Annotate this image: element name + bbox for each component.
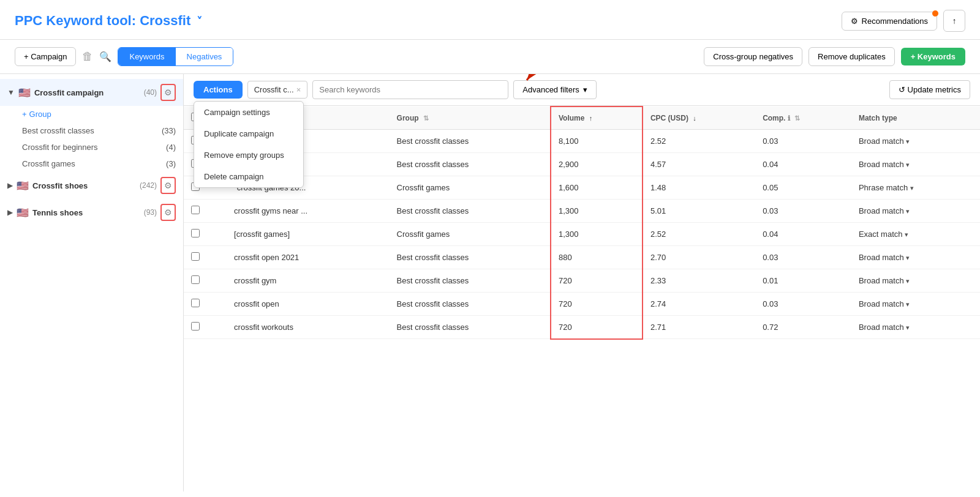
dropdown-duplicate-campaign[interactable]: Duplicate campaign — [194, 123, 303, 144]
row-volume: 720 — [551, 293, 643, 316]
col-group[interactable]: Group ⇅ — [390, 106, 551, 130]
row-checkbox[interactable] — [191, 229, 200, 237]
tab-keywords[interactable]: Keywords — [118, 48, 175, 65]
col-cpc[interactable]: CPC (USD) ↓ — [643, 106, 755, 130]
match-type-chevron-icon: ▾ — [910, 184, 914, 192]
update-metrics-button[interactable]: ↺ Update metrics — [889, 80, 970, 99]
row-match-type[interactable]: Broad match ▾ — [851, 246, 980, 269]
adv-filters-chevron-icon: ▾ — [583, 85, 587, 94]
row-match-type[interactable]: Broad match ▾ — [851, 316, 980, 339]
filter-chip-label: Crossfit c... — [254, 85, 294, 94]
tab-group: Keywords Negatives — [118, 47, 233, 66]
row-match-type[interactable]: Broad match ▾ — [851, 200, 980, 223]
group-name: Crossfit for beginners — [22, 143, 98, 152]
row-match-type[interactable]: Broad match ▾ — [851, 130, 980, 153]
sidebar-campaign-shoes[interactable]: ▶ 🇺🇸 Crossfit shoes (242) ⚙ — [0, 172, 183, 199]
row-comp: 0.72 — [755, 316, 851, 339]
row-volume: 720 — [551, 316, 643, 339]
col-comp[interactable]: Comp. ℹ ⇅ — [755, 106, 851, 130]
remove-duplicates-button[interactable]: Remove duplicates — [809, 47, 895, 66]
cross-group-negatives-button[interactable]: Cross-group negatives — [704, 47, 802, 66]
main-toolbar: + Campaign 🗑 🔍 Keywords Negatives Cross-… — [0, 40, 980, 74]
row-checkbox-cell — [184, 246, 227, 269]
row-volume: 880 — [551, 246, 643, 269]
row-match-type[interactable]: Broad match ▾ — [851, 153, 980, 176]
row-comp: 0.03 — [755, 200, 851, 223]
row-match-type[interactable]: Exact match ▾ — [851, 223, 980, 246]
sidebar-group-best-crossfit[interactable]: Best crossfit classes (33) — [0, 122, 183, 139]
match-type-chevron-icon: ▾ — [906, 277, 910, 285]
row-group: Best crossfit classes — [390, 200, 551, 223]
row-match-type[interactable]: Broad match ▾ — [851, 269, 980, 293]
add-group-button[interactable]: + Group — [0, 106, 183, 122]
title-chevron[interactable]: ˅ — [197, 15, 202, 28]
sidebar-campaign-tennis[interactable]: ▶ 🇺🇸 Tennis shoes (93) ⚙ — [0, 199, 183, 226]
tab-negatives[interactable]: Negatives — [176, 48, 233, 65]
title-static: PPC Keyword tool: — [15, 13, 140, 28]
row-checkbox-cell — [184, 269, 227, 293]
campaign-gear-icon[interactable]: ⚙ — [160, 204, 176, 221]
row-volume: 8,100 — [551, 130, 643, 153]
dropdown-remove-empty-groups[interactable]: Remove empty groups — [194, 144, 303, 166]
row-comp: 0.03 — [755, 130, 851, 153]
row-checkbox[interactable] — [191, 252, 200, 261]
campaign-expand-icon: ▼ — [7, 88, 15, 97]
dropdown-campaign-settings[interactable]: Campaign settings — [194, 102, 303, 123]
rec-label: Recommendations — [862, 17, 928, 26]
adv-filters-label: Advanced filters — [522, 85, 579, 94]
delete-icon[interactable]: 🗑 — [82, 50, 93, 63]
search-icon[interactable]: 🔍 — [99, 51, 111, 62]
match-type-chevron-icon: ▾ — [905, 231, 908, 238]
actions-button[interactable]: Actions — [194, 81, 243, 99]
row-group: Best crossfit classes — [390, 246, 551, 269]
search-input[interactable] — [312, 80, 508, 99]
content-area: Actions Crossfit c... × Advanced filters… — [184, 74, 980, 491]
row-comp: 0.05 — [755, 176, 851, 200]
match-type-chevron-icon: ▾ — [906, 161, 910, 168]
campaign-gear-icon[interactable]: ⚙ — [160, 177, 176, 194]
add-group-label: Group — [29, 110, 51, 119]
table-row: [crossfit games] Crossfit games 1,300 2.… — [184, 223, 980, 246]
sidebar-group-games[interactable]: Crossfit games (3) — [0, 155, 183, 172]
table-row: crossfit gyms near ... Best crossfit cla… — [184, 200, 980, 223]
campaign-flag: 🇺🇸 — [18, 87, 31, 99]
row-cpc: 4.57 — [643, 153, 755, 176]
page-title: PPC Keyword tool: Crossfit ˅ — [15, 13, 202, 29]
row-match-type[interactable]: Broad match ▾ — [851, 293, 980, 316]
row-checkbox-cell — [184, 293, 227, 316]
advanced-filters-button[interactable]: Advanced filters ▾ — [513, 80, 597, 99]
sidebar-campaign-crossfit[interactable]: ▼ 🇺🇸 Crossfit campaign (40) ⚙ — [0, 79, 183, 106]
add-campaign-button[interactable]: + Campaign — [15, 47, 76, 66]
title-brand: Crossfit — [140, 13, 190, 28]
recommendations-button[interactable]: ⚙ Recommendations — [842, 12, 937, 31]
group-name: Crossfit games — [22, 159, 75, 168]
sidebar-group-beginners[interactable]: Crossfit for beginners (4) — [0, 139, 183, 155]
campaign-count: (40) — [144, 88, 157, 97]
table-row: crossfit gym Best crossfit classes 720 2… — [184, 269, 980, 293]
match-type-chevron-icon: ▾ — [906, 207, 910, 215]
row-volume: 1,300 — [551, 200, 643, 223]
add-keywords-button[interactable]: + Keywords — [901, 48, 965, 65]
row-checkbox[interactable] — [191, 206, 200, 214]
export-button[interactable]: ↑ — [943, 10, 965, 32]
campaign-gear-icon[interactable]: ⚙ — [160, 84, 176, 101]
row-checkbox[interactable] — [191, 299, 200, 307]
page-header: PPC Keyword tool: Crossfit ˅ ⚙ Recommend… — [0, 0, 980, 40]
match-type-chevron-icon: ▾ — [906, 138, 910, 145]
add-keywords-label: + Keywords — [911, 52, 956, 61]
filter-chip[interactable]: Crossfit c... × — [247, 81, 308, 99]
row-group: Best crossfit classes — [390, 316, 551, 339]
dropdown-delete-campaign[interactable]: Delete campaign — [194, 166, 303, 187]
campaign-dropdown-menu: Campaign settings Duplicate campaign Rem… — [194, 101, 304, 188]
col-volume[interactable]: Volume ↑ — [551, 106, 643, 130]
row-group: Best crossfit classes — [390, 269, 551, 293]
campaign-btn-label: + Campaign — [24, 52, 67, 61]
row-keyword: crossfit open 2021 — [227, 246, 390, 269]
filter-chip-close[interactable]: × — [296, 85, 301, 94]
group-count: (4) — [166, 143, 176, 152]
row-checkbox[interactable] — [191, 275, 200, 284]
campaign-count: (93) — [144, 208, 157, 217]
row-match-type[interactable]: Phrase match ▾ — [851, 176, 980, 200]
table-row: crossfit open 2021 Best crossfit classes… — [184, 246, 980, 269]
row-checkbox[interactable] — [191, 322, 200, 331]
